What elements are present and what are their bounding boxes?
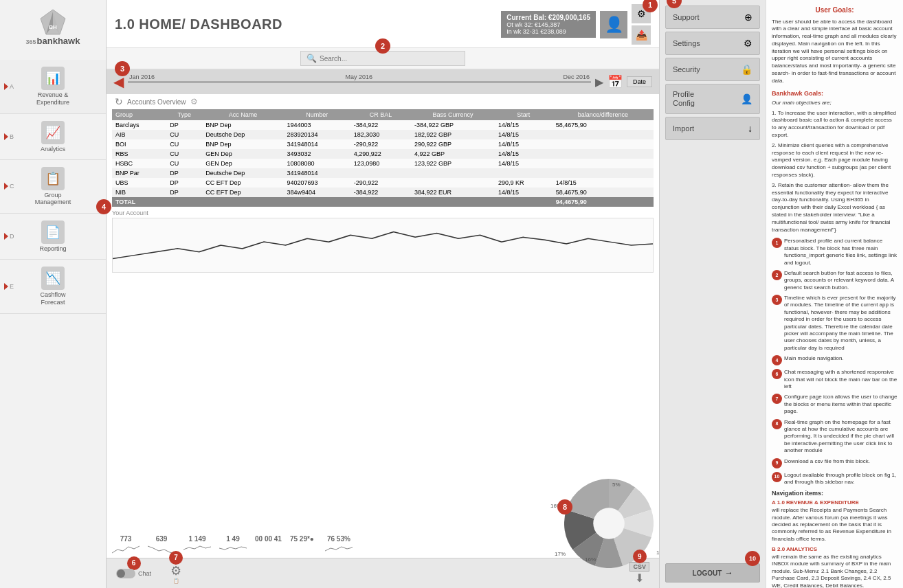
timeline-section: 3 ◀ Jan 2016 May 2016 Dec 2016 ▶ 📅 Date bbox=[107, 69, 659, 94]
table-row[interactable]: BOICUBNP Dep341948014-290,922290,922 GBP… bbox=[112, 139, 654, 149]
nav-letter-a: A bbox=[10, 83, 14, 90]
callout-9: 9 bbox=[633, 550, 647, 563]
security-icon: 🔒 bbox=[741, 64, 752, 75]
nav-letter-c: C bbox=[10, 183, 14, 190]
bottom-stats-row: 773 639 1 149 1 49 00 00 41 75 29*● bbox=[107, 534, 659, 558]
col-crbal: CR BAL bbox=[350, 109, 411, 120]
left-sidebar: BH 365 bankhawk A 📊 Revenue & Expenditur… bbox=[0, 0, 107, 588]
export-btn[interactable]: 📤 bbox=[632, 25, 651, 45]
callout-6: 6 bbox=[127, 556, 141, 570]
right-sidebar: 5 Support ⊕ Settings ⚙ Security 🔒 Profil… bbox=[659, 0, 766, 588]
col-start: Start bbox=[495, 109, 553, 120]
profile-label: ProfileConfig bbox=[673, 90, 695, 108]
table-total-row: TOTAL94,4675,90 bbox=[112, 197, 654, 207]
rp-bh-goal3: 3. Retain the customer attention- allow … bbox=[772, 182, 898, 234]
rp-nav-item: B 2.0 ANALYTICSwill remain the same as t… bbox=[772, 546, 898, 588]
sidebar-settings-btn[interactable]: Settings ⚙ bbox=[665, 32, 760, 55]
nav-item-analytics[interactable]: B 📈 Analytics bbox=[0, 114, 106, 160]
date-picker-icon[interactable]: 📅 bbox=[607, 74, 623, 89]
rp-item: 6Chat messaging with a shortened respons… bbox=[772, 369, 898, 390]
balance-main: Current Bal: €209,000,165 bbox=[506, 14, 590, 21]
col-currency: Bass Currency bbox=[411, 109, 495, 120]
refresh-icon[interactable]: ↻ bbox=[115, 96, 123, 107]
nav-item-revenue[interactable]: A 📊 Revenue & Expenditure bbox=[0, 60, 106, 114]
table-row[interactable]: AIBCUDeutsche Dep283920134182,3030182,92… bbox=[112, 130, 654, 139]
logout-label: LOGOUT bbox=[693, 569, 722, 577]
center-main: 1.0 HOME/ DASHBOARD 1 Current Bal: €209,… bbox=[107, 0, 659, 588]
chat-label: Chat bbox=[138, 570, 151, 577]
security-label: Security bbox=[673, 65, 700, 74]
stat-7653: 76 53% bbox=[325, 535, 353, 556]
overview-settings-icon[interactable]: ⚙ bbox=[190, 97, 198, 106]
balance-block: Current Bal: €209,000,165 Ot wk 32: €145… bbox=[501, 11, 596, 38]
logo-icon: BH bbox=[39, 8, 67, 36]
sidebar-import-btn[interactable]: Import ↓ bbox=[665, 117, 760, 140]
config-icon: ⚙ bbox=[170, 563, 181, 578]
rp-item: 3Timeline which is ever present for the … bbox=[772, 295, 898, 352]
profile-icon: 👤 bbox=[741, 93, 752, 104]
col-group: Group bbox=[112, 109, 166, 120]
nav-label-group: Group Management bbox=[35, 192, 71, 207]
table-row[interactable]: BNP ParDPDeutsche Dep341948014 bbox=[112, 168, 654, 178]
search-input[interactable] bbox=[320, 55, 459, 63]
rp-bh-title: Bankhawk Goals: bbox=[772, 89, 898, 98]
logo-brand: bankhawk bbox=[37, 36, 80, 46]
table-row[interactable]: UBSDPCC EFT Dep940207693-290,922290,9 KR… bbox=[112, 178, 654, 188]
settings-label: Settings bbox=[673, 39, 700, 47]
nav-letter-e: E bbox=[10, 283, 14, 290]
stat-7529: 75 29*● bbox=[290, 535, 314, 543]
search-row: 2 🔍 bbox=[107, 48, 659, 69]
timeline-right-arrow[interactable]: ▶ bbox=[595, 76, 603, 89]
rp-item: 1Personalised profile and current balanc… bbox=[772, 238, 898, 267]
top-right-block: 1 Current Bal: €209,000,165 Ot wk 32: €1… bbox=[501, 4, 651, 45]
sidebar-profile-btn[interactable]: ProfileConfig 👤 bbox=[665, 84, 760, 114]
col-balance: balance/difference bbox=[553, 109, 654, 120]
nav-letter-d: D bbox=[10, 233, 14, 240]
nav-items-container: A 📊 Revenue & Expenditure B 📈 Analytics … bbox=[0, 60, 106, 588]
table-row[interactable]: NIBDPCC EFT Dep384w9404-384,922384,922 E… bbox=[112, 188, 654, 197]
chart-label: Your Account bbox=[112, 210, 654, 216]
logo-365: 365 bbox=[26, 38, 36, 45]
sidebar-security-btn[interactable]: Security 🔒 bbox=[665, 58, 760, 81]
table-section: Group Type Acc Name Number CR BAL Bass C… bbox=[107, 109, 659, 207]
overview-bar: ↻ Accounts Overview ⚙ bbox=[107, 94, 659, 109]
chat-toggle[interactable]: Chat bbox=[116, 569, 151, 578]
balance-wk2: In wk 32-31 €238,089 bbox=[506, 28, 590, 35]
callout-8: 8 bbox=[557, 499, 572, 514]
nav-label-reporting: Reporting bbox=[39, 245, 66, 252]
timeline-month1: Jan 2016 bbox=[128, 74, 156, 80]
accounts-table: Group Type Acc Name Number CR BAL Bass C… bbox=[112, 109, 654, 207]
table-row[interactable]: BarclaysDPBNP Dep1944003-384,922-384,922… bbox=[112, 120, 654, 130]
stat-1149: 1 149 bbox=[183, 535, 211, 556]
config-btn[interactable]: ⚙ 📋 bbox=[170, 563, 181, 584]
nav-item-cashflow[interactable]: E 📉 Cashflow Forecast bbox=[0, 260, 106, 314]
nav-icon-group: 📋 bbox=[41, 167, 65, 190]
stat-149: 1 49 bbox=[219, 535, 247, 556]
rp-nav-item: A 1.0 REVENUE & EXPENDITUREwill replace … bbox=[772, 499, 898, 543]
download-icon: ⬇ bbox=[635, 572, 644, 585]
rp-bh-goal1: 1. To increase the user interaction, wit… bbox=[772, 110, 898, 139]
chart-svg bbox=[113, 218, 653, 272]
logout-btn[interactable]: LOGOUT → bbox=[665, 563, 760, 583]
import-icon: ↓ bbox=[748, 123, 752, 134]
table-row[interactable]: HSBCCUGEN Dep10808080123,0980123,922 GBP… bbox=[112, 159, 654, 168]
toggle-switch[interactable] bbox=[116, 569, 135, 578]
nav-label-analytics: Analytics bbox=[41, 146, 65, 152]
annotation-panel: User Goals: The user should be able to a… bbox=[766, 0, 903, 588]
sidebar-support-btn[interactable]: Support ⊕ bbox=[665, 5, 760, 29]
svg-point-4 bbox=[593, 508, 625, 539]
col-number: Number bbox=[284, 109, 350, 120]
rp-intro: The user should be able to access the da… bbox=[772, 19, 898, 85]
nav-item-group[interactable]: C 📋 Group Management bbox=[0, 160, 106, 214]
table-row[interactable]: RBSCUGEN Dep34930324,290,9224,922 GBP14/… bbox=[112, 149, 654, 159]
date-button[interactable]: Date bbox=[627, 76, 652, 87]
rp-bh-intro: Our main objectives are; bbox=[772, 100, 898, 107]
user-avatar: 👤 bbox=[600, 11, 627, 38]
rp-title: User Goals: bbox=[772, 5, 898, 15]
callout-1: 1 bbox=[643, 0, 658, 12]
nav-item-reporting[interactable]: D 📄 Reporting bbox=[0, 214, 106, 260]
page-title: 1.0 HOME/ DASHBOARD bbox=[115, 16, 282, 32]
csv-download-btn[interactable]: CSV ⬇ bbox=[629, 562, 649, 585]
chart-box bbox=[112, 218, 654, 273]
callout-7: 7 bbox=[169, 551, 183, 565]
